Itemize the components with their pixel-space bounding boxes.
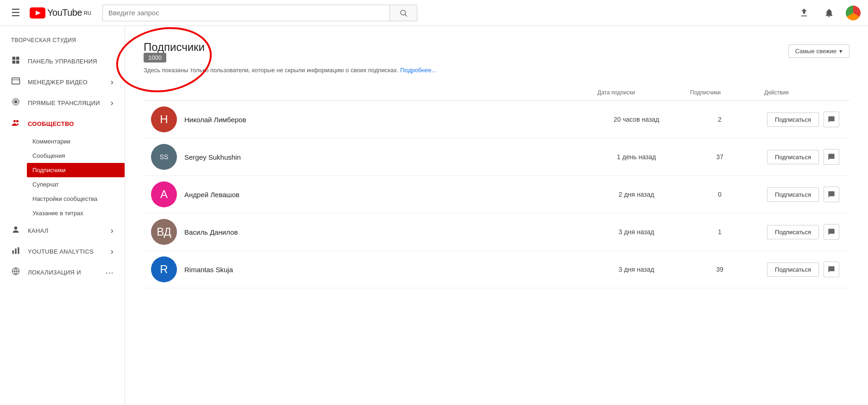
message-button[interactable] — [824, 262, 839, 277]
td-actions: Подписаться — [757, 251, 849, 288]
user-cell: А Андрей Левашов — [151, 181, 583, 207]
user-name: Андрей Левашов — [184, 191, 239, 199]
svg-rect-5 — [16, 57, 19, 60]
live-icon — [11, 97, 20, 109]
td-user: Н Николай Лимберов — [144, 101, 590, 138]
svg-rect-18 — [18, 247, 19, 254]
message-button[interactable] — [824, 224, 839, 240]
user-name: Rimantas Skuja — [184, 266, 233, 274]
dashboard-icon — [11, 56, 20, 67]
notifications-button[interactable] — [821, 5, 837, 21]
td-subscriber-count: 2 — [683, 101, 757, 138]
search-form — [102, 5, 417, 21]
sidebar: ТВОРЧЕСКАЯ СТУДИЯ ПАНЕЛЬ УПРАВЛЕНИЯ МЕНЕ… — [0, 26, 125, 405]
subscribe-button[interactable]: Подписаться — [767, 225, 819, 239]
sidebar-label-community: СООБЩЕСТВО — [28, 120, 74, 127]
sidebar-section-main: ПАНЕЛЬ УПРАВЛЕНИЯ МЕНЕДЖЕР ВИДЕО › ПРЯМЫ… — [0, 51, 125, 283]
live-chevron: › — [111, 98, 113, 108]
subscribe-button[interactable]: Подписаться — [767, 112, 819, 127]
td-user: ВД Василь Данилов — [144, 213, 590, 251]
user-name: Sergey Sukhushin — [184, 153, 241, 161]
table-row: R Rimantas Skuja 3 дня назад 39 Подписат… — [144, 251, 849, 288]
youtube-logo-suffix: RU — [84, 10, 91, 16]
user-name: Николай Лимберов — [184, 116, 246, 124]
subscribe-button[interactable]: Подписаться — [767, 150, 819, 164]
topnav-right — [796, 5, 861, 21]
svg-rect-8 — [12, 78, 20, 84]
message-button[interactable] — [824, 149, 839, 165]
user-cell: R Rimantas Skuja — [151, 256, 583, 282]
sidebar-item-superchat[interactable]: Суперчат — [27, 177, 125, 192]
td-actions: Подписаться — [757, 101, 849, 138]
actions-cell: Подписаться — [764, 187, 842, 202]
learn-more-link[interactable]: Подробнее... — [400, 67, 436, 74]
main-content: Подписчики 1000 Самые свежие ▾ Здесь пок… — [125, 26, 868, 405]
analytics-chevron: › — [111, 247, 113, 256]
message-icon — [828, 116, 835, 123]
user-avatar-letter: R — [151, 256, 177, 282]
upload-icon — [799, 8, 809, 18]
table-header-row: Дата подписки Подписчики Действия — [144, 85, 849, 101]
th-user — [144, 85, 590, 101]
message-button[interactable] — [824, 112, 839, 127]
table-row: А Андрей Левашов 2 дня назад 0 Подписать… — [144, 176, 849, 213]
message-icon — [828, 191, 835, 198]
th-date: Дата подписки — [590, 85, 683, 101]
td-actions: Подписаться — [757, 213, 849, 251]
subscribe-button[interactable]: Подписаться — [767, 187, 819, 202]
youtube-logo-text: YouTube — [47, 7, 82, 18]
table-header: Дата подписки Подписчики Действия — [144, 85, 849, 101]
td-date: 20 часов назад — [590, 101, 683, 138]
message-button[interactable] — [824, 187, 839, 202]
user-avatar-photo: SS — [151, 144, 177, 170]
sidebar-item-comments[interactable]: Комментарии — [27, 134, 125, 149]
user-name: Василь Данилов — [184, 228, 238, 236]
hamburger-icon[interactable]: ☰ — [7, 5, 24, 21]
svg-point-13 — [13, 120, 16, 122]
td-user: SS Sergey Sukhushin — [144, 138, 590, 176]
sidebar-item-community-settings[interactable]: Настройки сообщества — [27, 192, 125, 206]
user-cell: Н Николай Лимберов — [151, 106, 583, 132]
search-icon — [399, 9, 408, 17]
user-cell: ВД Василь Данилов — [151, 219, 583, 245]
message-icon — [828, 266, 835, 273]
message-icon — [828, 153, 835, 161]
sidebar-item-channel[interactable]: КАНАЛ › — [0, 220, 125, 241]
svg-rect-6 — [13, 61, 16, 64]
sidebar-label-analytics: YOUTUBE ANALYTICS — [28, 248, 94, 255]
td-user: R Rimantas Skuja — [144, 251, 590, 288]
user-avatar[interactable] — [846, 6, 861, 20]
sidebar-item-subscribers[interactable]: Подписчики — [27, 163, 125, 177]
sidebar-label-localization: ЛОКАЛИЗАЦИЯ И — [28, 269, 81, 276]
td-subscriber-count: 1 — [683, 213, 757, 251]
youtube-logo-icon — [30, 7, 45, 19]
sidebar-item-dashboard[interactable]: ПАНЕЛЬ УПРАВЛЕНИЯ — [0, 51, 125, 72]
td-date: 3 дня назад — [590, 213, 683, 251]
sidebar-item-analytics[interactable]: YOUTUBE ANALYTICS › — [0, 241, 125, 262]
search-input[interactable] — [102, 5, 390, 21]
sidebar-item-community[interactable]: СООБЩЕСТВО — [0, 113, 125, 134]
actions-cell: Подписаться — [764, 262, 842, 277]
main-layout: ТВОРЧЕСКАЯ СТУДИЯ ПАНЕЛЬ УПРАВЛЕНИЯ МЕНЕ… — [0, 26, 868, 405]
video-manager-icon — [11, 76, 20, 88]
sort-dropdown[interactable]: Самые свежие ▾ — [788, 44, 849, 58]
studio-title: ТВОРЧЕСКАЯ СТУДИЯ — [0, 33, 125, 51]
sidebar-item-messages[interactable]: Сообщения — [27, 149, 125, 163]
td-user: А Андрей Левашов — [144, 176, 590, 213]
table-row: SS Sergey Sukhushin 1 день назад 37 Подп… — [144, 138, 849, 176]
sort-label: Самые свежие — [795, 48, 837, 55]
td-subscriber-count: 39 — [683, 251, 757, 288]
svg-rect-17 — [15, 249, 16, 254]
sidebar-item-credits[interactable]: Указание в титрах — [27, 206, 125, 220]
sidebar-item-video-manager[interactable]: МЕНЕДЖЕР ВИДЕО › — [0, 72, 125, 93]
td-actions: Подписаться — [757, 138, 849, 176]
video-manager-chevron: › — [111, 77, 113, 87]
sidebar-item-localization[interactable]: ЛОКАЛИЗАЦИЯ И ⋯ — [0, 262, 125, 283]
upload-button[interactable] — [796, 5, 812, 21]
svg-point-10 — [14, 100, 18, 104]
page-title: Подписчики — [144, 41, 205, 54]
subscribe-button[interactable]: Подписаться — [767, 262, 819, 277]
search-button[interactable] — [390, 5, 417, 21]
table-row: ВД Василь Данилов 3 дня назад 1 Подписат… — [144, 213, 849, 251]
sidebar-item-live[interactable]: ПРЯМЫЕ ТРАНСЛЯЦИИ › — [0, 93, 125, 113]
